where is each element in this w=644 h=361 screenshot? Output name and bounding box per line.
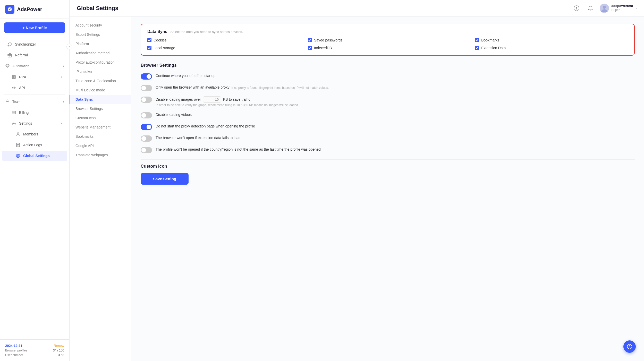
checkbox-local-storage-input[interactable] xyxy=(147,46,151,50)
sidebar-item-referral[interactable]: Referral xyxy=(2,50,67,60)
auth-method-label: Authorization method xyxy=(75,51,109,55)
upload-icon[interactable] xyxy=(572,4,581,13)
settings-nav-bookmarks[interactable]: Bookmarks xyxy=(70,132,131,141)
user-avatar-area[interactable]: adspowertest Super... › xyxy=(600,4,637,13)
setting-only-open-proxy-content: Only open the browser with an available … xyxy=(156,85,329,90)
toggle-disable-images-slider xyxy=(141,97,152,103)
sidebar-footer: 2024-12-31 Renew Browser profiles 34 / 1… xyxy=(0,339,69,361)
custom-icon-label: Custom Icon xyxy=(75,116,96,120)
sidebar-label-settings: Settings xyxy=(19,121,32,125)
setting-country-check-content: The profile won't be opened if the count… xyxy=(156,147,321,152)
settings-nav-custom-icon[interactable]: Custom Icon xyxy=(70,113,131,123)
chevron-down-icon: ▾ xyxy=(63,64,64,68)
data-sync-label: Data Sync xyxy=(75,97,93,101)
sidebar-item-automation[interactable]: Automation ▾ xyxy=(0,61,69,71)
checkbox-cookies-label: Cookies xyxy=(154,38,167,42)
settings-nav-translate[interactable]: Translate webpages xyxy=(70,150,131,160)
sidebar-collapse-button[interactable]: ‹ xyxy=(66,44,72,49)
sidebar-item-rpa[interactable]: RPA › xyxy=(2,72,67,82)
sidebar-item-settings[interactable]: Settings ▾ xyxy=(2,118,67,128)
checkbox-saved-passwords-input[interactable] xyxy=(308,38,312,42)
svg-rect-5 xyxy=(14,77,15,79)
settings-nav-platform[interactable]: Platform xyxy=(70,39,131,48)
svg-rect-4 xyxy=(12,77,14,79)
account-security-label: Account security xyxy=(75,23,102,27)
browser-settings-label: Browser Settings xyxy=(75,107,103,111)
settings-nav-ip-checker[interactable]: IP checker xyxy=(70,67,131,76)
sidebar-item-synchronizer[interactable]: Synchronizer xyxy=(2,39,67,49)
sidebar-label-global-settings: Global Settings xyxy=(23,154,50,158)
sidebar-item-global-settings[interactable]: Global Settings xyxy=(2,151,67,161)
checkbox-cookies[interactable]: Cookies xyxy=(147,38,298,42)
settings-icon xyxy=(11,121,16,126)
toggle-disable-images[interactable] xyxy=(141,97,152,103)
checkbox-bookmarks[interactable]: Bookmarks xyxy=(475,38,628,42)
toggle-only-open-proxy[interactable] xyxy=(141,85,152,91)
toggle-country-check[interactable] xyxy=(141,147,152,153)
settings-chevron-icon: ▾ xyxy=(61,122,62,125)
setting-disable-videos: Disable loading videos xyxy=(141,112,635,118)
user-number-label: User number xyxy=(5,353,23,357)
sidebar-logo: AdsPower xyxy=(0,0,69,19)
checkbox-cookies-input[interactable] xyxy=(147,38,151,42)
new-profile-button[interactable]: + New Profile xyxy=(4,22,65,33)
sidebar-item-team[interactable]: Team ▾ xyxy=(0,96,69,107)
main-area: Global Settings xyxy=(70,0,644,361)
members-icon xyxy=(15,132,21,137)
checkbox-saved-passwords-label: Saved passwords xyxy=(314,38,343,42)
settings-nav-website-management[interactable]: Website Management xyxy=(70,123,131,132)
data-sync-header: Data Sync Select the data you need to sy… xyxy=(147,29,628,34)
sidebar-item-api[interactable]: API xyxy=(2,83,67,93)
settings-nav-export-settings[interactable]: Export Settings xyxy=(70,30,131,39)
kb-input[interactable] xyxy=(203,96,221,103)
sidebar-item-billing[interactable]: Billing xyxy=(2,107,67,118)
setting-continue-startup-label: Continue where you left off on startup xyxy=(156,73,215,79)
setting-disable-images-content: Disable loading images over KB to save t… xyxy=(156,96,298,107)
toggle-continue-startup-slider xyxy=(141,73,152,80)
checkbox-extension-data[interactable]: Extension Data xyxy=(475,46,628,50)
setting-disable-videos-content: Disable loading videos xyxy=(156,112,192,117)
settings-nav-multi-device[interactable]: Multi Device mode xyxy=(70,85,131,95)
sidebar-label-api: API xyxy=(19,86,25,90)
toggle-disable-videos[interactable] xyxy=(141,112,152,118)
website-management-label: Website Management xyxy=(75,125,111,129)
topbar-actions: adspowertest Super... › xyxy=(572,4,637,13)
svg-point-17 xyxy=(629,348,630,348)
sidebar-item-action-logs[interactable]: Action Logs xyxy=(2,140,67,150)
checkbox-extension-data-input[interactable] xyxy=(475,46,479,50)
settings-nav-data-sync[interactable]: Data Sync xyxy=(70,95,131,104)
platform-label: Platform xyxy=(75,42,89,46)
toggle-extension-fail[interactable] xyxy=(141,135,152,142)
data-sync-card: Data Sync Select the data you need to sy… xyxy=(141,24,635,56)
notification-icon[interactable] xyxy=(586,4,595,13)
settings-nav-browser-settings[interactable]: Browser Settings xyxy=(70,104,131,113)
setting-extension-fail-content: The browser won't open if extension data… xyxy=(156,135,241,141)
save-setting-button[interactable]: Save Setting xyxy=(141,173,189,185)
gift-icon xyxy=(7,53,12,58)
team-icon xyxy=(5,99,10,104)
sidebar-item-members[interactable]: Members xyxy=(2,129,67,139)
checkbox-indexeddb[interactable]: IndexedDB xyxy=(308,46,465,50)
toggle-no-proxy-detection[interactable] xyxy=(141,124,152,130)
checkbox-saved-passwords[interactable]: Saved passwords xyxy=(308,38,465,42)
checkbox-local-storage[interactable]: Local storage xyxy=(147,46,298,50)
main-content: Data Sync Select the data you need to sy… xyxy=(131,16,644,361)
checkbox-indexeddb-input[interactable] xyxy=(308,46,312,50)
toggle-continue-startup[interactable] xyxy=(141,73,152,80)
billing-icon xyxy=(11,110,16,115)
settings-nav-account-security[interactable]: Account security xyxy=(70,21,131,30)
setting-no-proxy-detection-label: Do not start the proxy detection page wh… xyxy=(156,124,255,129)
sidebar-label-rpa: RPA xyxy=(19,75,26,79)
settings-nav-google-api[interactable]: Google API xyxy=(70,141,131,150)
settings-nav-proxy-auto-config[interactable]: Proxy auto-configuration xyxy=(70,58,131,67)
checkbox-bookmarks-input[interactable] xyxy=(475,38,479,42)
setting-disable-images-label: Disable loading images over xyxy=(156,97,201,102)
custom-icon-hint: Custom Icon xyxy=(141,159,635,169)
svg-rect-10 xyxy=(16,143,20,147)
renew-link[interactable]: Renew xyxy=(54,344,64,348)
settings-nav-auth-method[interactable]: Authorization method xyxy=(70,48,131,58)
svg-point-14 xyxy=(603,6,606,9)
settings-nav-timezone[interactable]: Time zone & Geolocation xyxy=(70,76,131,85)
svg-rect-2 xyxy=(12,75,14,77)
support-button[interactable] xyxy=(623,340,636,353)
